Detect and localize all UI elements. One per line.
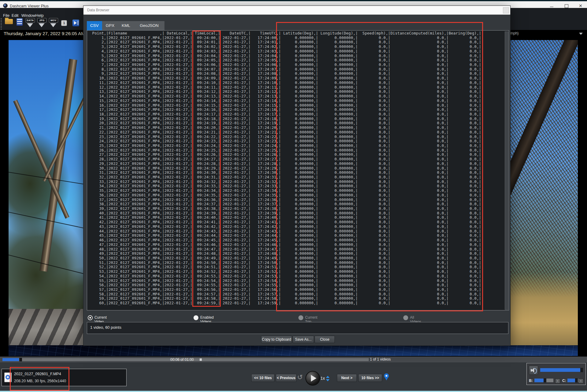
annotation-box-gps-columns bbox=[276, 22, 483, 311]
b-slider-handle[interactable] bbox=[544, 378, 546, 383]
sunlit-field bbox=[500, 272, 578, 356]
copy-to-clipboard-button[interactable]: Copy to Clipboard bbox=[261, 336, 292, 343]
video-clip-icon[interactable] bbox=[17, 18, 23, 26]
app-logo-icon bbox=[3, 3, 8, 8]
back-10-files-button[interactable]: << 10 files bbox=[251, 374, 275, 382]
export-jpg-label: JPG bbox=[37, 18, 46, 23]
speaker-button[interactable] bbox=[529, 366, 538, 375]
minimize-button[interactable] bbox=[548, 4, 556, 8]
speed-down-icon[interactable] bbox=[326, 379, 330, 381]
brightness-b-label: B: bbox=[529, 379, 533, 383]
playback-speed-label: 1x bbox=[320, 376, 325, 381]
previous-button[interactable]: < Previous bbox=[276, 374, 297, 382]
audio-panel: B: ▪ C: ▪ bbox=[526, 363, 586, 385]
timeline-playhead[interactable] bbox=[19, 358, 22, 361]
timeline-track[interactable]: 00:06 of 01:00 bbox=[2, 358, 369, 361]
c-options-button[interactable]: ▪ bbox=[578, 379, 583, 383]
b-slider[interactable] bbox=[534, 379, 553, 382]
map-pin-icon[interactable] bbox=[384, 373, 389, 378]
radio-icon bbox=[194, 315, 198, 320]
video-count-text: 1 of 1 videos bbox=[370, 357, 391, 361]
contrast-c-label: C: bbox=[562, 379, 566, 383]
loop-icon[interactable]: ↺ bbox=[297, 373, 303, 381]
annotation-box-file-info bbox=[10, 367, 69, 391]
menu-edit[interactable]: Edit bbox=[12, 13, 18, 18]
export-mov-icon[interactable]: MOV bbox=[49, 18, 57, 28]
timeline-position-text: 00:06 of 01:00 bbox=[170, 357, 194, 362]
timeline-marker bbox=[200, 358, 202, 361]
volume-handle[interactable] bbox=[580, 368, 583, 372]
window-bottom-edge bbox=[0, 391, 587, 392]
menu-file[interactable]: File bbox=[3, 13, 9, 18]
dialog-title: Data Browser bbox=[87, 8, 109, 12]
tab-gpx[interactable]: GPX bbox=[102, 21, 118, 30]
maximize-button[interactable] bbox=[563, 4, 570, 8]
tab-kml[interactable]: KML bbox=[118, 21, 134, 30]
radio-disabled-icon bbox=[298, 315, 303, 320]
c-slider-handle[interactable] bbox=[575, 378, 578, 383]
summary-text: 1 video, 60 points bbox=[90, 325, 121, 330]
play-button[interactable] bbox=[305, 371, 320, 386]
radio-selected-icon bbox=[88, 315, 93, 320]
slideshow-export-icon[interactable] bbox=[72, 20, 79, 26]
format-tab-strip: CSV GPX KML GeoJSON bbox=[87, 21, 164, 30]
dialog-titlebar[interactable]: Data Browser bbox=[83, 6, 510, 15]
next-button[interactable]: Next > bbox=[337, 374, 357, 382]
menu-help[interactable]: Help bbox=[35, 13, 44, 18]
speed-up-icon[interactable] bbox=[326, 376, 330, 378]
forward-10-files-button[interactable]: 10 files >> bbox=[358, 374, 382, 382]
app-title: Dashcam Viewer Plus bbox=[10, 4, 49, 8]
save-as-button[interactable]: Save As... bbox=[293, 336, 314, 343]
table-scrollbar[interactable] bbox=[504, 31, 508, 309]
menu-window[interactable]: Window bbox=[21, 13, 35, 18]
volume-slider[interactable] bbox=[540, 368, 583, 372]
export-data-icon[interactable]: DATA bbox=[26, 18, 34, 28]
timeline-row: 00:06 of 01:00 1 of 1 videos bbox=[0, 357, 587, 362]
tab-geojson[interactable]: GeoJSON bbox=[134, 21, 164, 30]
app-window: Dashcam Viewer Plus ✕ File Edit Window H… bbox=[0, 0, 587, 392]
b-options-button[interactable]: ▪ bbox=[555, 379, 560, 383]
controls-bar: 2022_0127_092601_F.MP4 208.20 MB, 30 fps… bbox=[0, 362, 587, 392]
dialog-titlebar-button[interactable] bbox=[503, 7, 509, 13]
export-data-label: DATA bbox=[26, 18, 35, 23]
annotation-box-timelocal-column bbox=[192, 31, 221, 307]
export-mov-label: MOV bbox=[49, 18, 58, 23]
close-dialog-button[interactable]: Close bbox=[315, 336, 335, 343]
car-dashboard bbox=[9, 345, 578, 356]
chevron-down-icon[interactable] bbox=[579, 33, 583, 35]
export-jpg-icon[interactable]: JPG bbox=[37, 18, 46, 28]
open-folder-icon[interactable] bbox=[5, 19, 13, 24]
summary-box: 1 video, 60 points bbox=[87, 322, 508, 334]
radio-disabled-icon bbox=[403, 315, 408, 320]
single-view-button[interactable]: 1 bbox=[61, 20, 67, 26]
tab-csv[interactable]: CSV bbox=[87, 21, 102, 30]
timeline-progress bbox=[2, 358, 19, 361]
close-button[interactable]: ✕ bbox=[578, 4, 585, 8]
video-date-banner: Thursday, January 27, 2022 9:26:05 AM bbox=[4, 31, 85, 36]
